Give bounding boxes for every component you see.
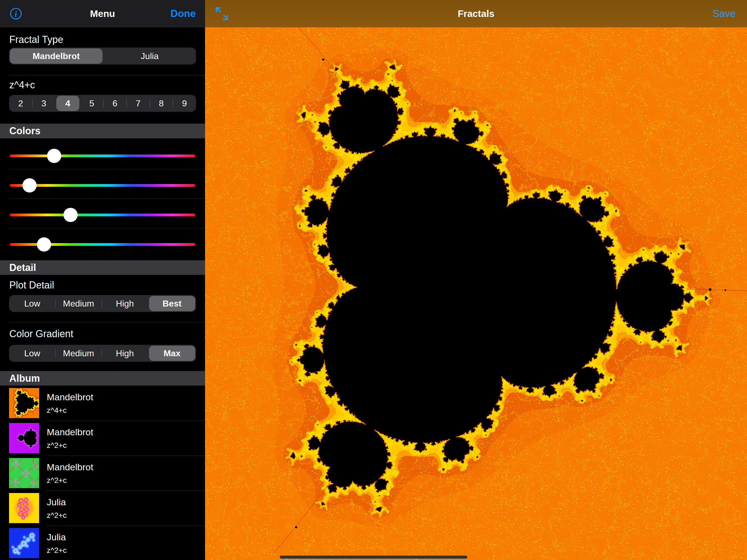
svg-text:i: i [15, 9, 17, 18]
